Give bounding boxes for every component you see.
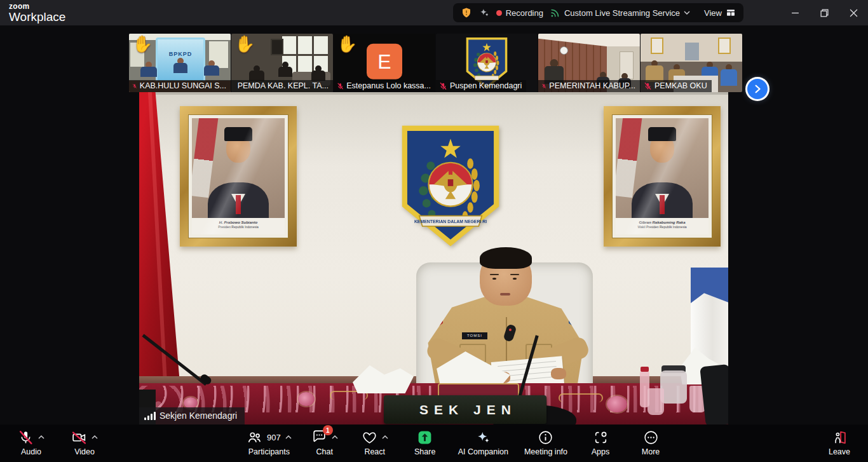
speaker-face-detail (492, 278, 496, 280)
wall-portrait (651, 37, 663, 54)
tile-decor (685, 43, 699, 60)
main-video-stage[interactable]: H. Prabowo SubiantoPresiden Republik Ind… (139, 92, 728, 425)
security-shield-icon[interactable] (461, 7, 472, 18)
streaming-signal-icon (550, 8, 560, 18)
ai-companion-button[interactable]: AI Companion (458, 428, 508, 456)
participants-caret[interactable] (285, 435, 292, 439)
wall-clock (560, 46, 568, 55)
recording-label: Recording (506, 8, 543, 18)
audio-label: Audio (21, 447, 41, 456)
close-button[interactable] (839, 0, 868, 25)
chat-label: Chat (316, 447, 333, 456)
speaker-name: Sekjen Kemendagri (159, 411, 237, 421)
muted-mic-icon (337, 82, 344, 90)
heart-react-icon (362, 430, 377, 445)
speaker-face-detail (513, 278, 517, 280)
camera-muted-icon (71, 430, 87, 445)
tile-person (173, 58, 187, 74)
leave-door-icon (832, 430, 848, 445)
tile-person (140, 62, 157, 81)
chat-button[interactable]: 1 Chat (308, 428, 342, 456)
participant-name: Puspen Kemendagri (450, 81, 522, 90)
participant-tile-pemerintah-kabup[interactable]: PEMERINTAH KABUP... (538, 34, 640, 92)
recording-indicator: Recording (496, 8, 543, 18)
chevron-down-icon (684, 11, 690, 15)
audio-options-caret[interactable] (38, 435, 44, 439)
mic-muted-icon (18, 430, 34, 445)
tile-person (721, 64, 737, 87)
next-participants-page-button[interactable] (747, 79, 768, 99)
president-portrait: H. Prabowo SubiantoPresiden Republik Ind… (180, 106, 297, 247)
meeting-info-icon (538, 430, 553, 445)
kemendagri-wall-shield: KEMENTERIAN DALAM NEGERI RI (398, 124, 503, 247)
speaker-hand (551, 368, 566, 379)
chevron-right-icon (753, 85, 762, 93)
share-button[interactable]: Share (408, 428, 442, 456)
recording-dot-icon (496, 10, 502, 16)
speaker-face-detail (490, 274, 499, 275)
chat-caret[interactable] (332, 435, 338, 439)
tile-decor (271, 39, 283, 55)
speaker-hair (480, 247, 532, 269)
desk-flower (607, 396, 627, 412)
video-button[interactable]: Video (67, 428, 102, 456)
participant-name: KAB.HULU SUNGAI S... (140, 81, 226, 90)
participant-tile-pemda-kepl[interactable]: ✋ PEMDA KAB. KEPL. TA... (231, 34, 333, 92)
participant-tile-kab-hulu-sungai[interactable]: BPKPD ✋ KAB.HULU SUNGAI S... (129, 34, 231, 92)
tile-person (278, 62, 292, 81)
raised-hand-icon: ✋ (337, 36, 357, 52)
view-menu[interactable]: View (704, 8, 736, 18)
participant-tile-estepanus[interactable]: E ✋ Estepanus Lolo kassa... (334, 34, 435, 92)
video-options-caret[interactable] (92, 435, 98, 439)
participant-tile-puspen-kemendagri[interactable]: Puspen Kemendagri (436, 34, 538, 92)
react-caret[interactable] (382, 435, 388, 439)
participants-count: 907 (267, 433, 281, 442)
video-label: Video (74, 447, 95, 456)
audio-level-icon (144, 411, 156, 420)
window-controls (780, 0, 868, 25)
muted-mic-icon (644, 82, 652, 90)
restore-button[interactable] (810, 0, 839, 25)
audio-button[interactable]: Audio (14, 428, 48, 456)
ai-companion-label: AI Companion (458, 447, 508, 456)
participants-button[interactable]: 907 Participants (247, 428, 292, 456)
share-label: Share (414, 447, 435, 456)
shield-banner-text: KEMENTERIAN DALAM NEGERI RI (414, 219, 487, 224)
minimize-button[interactable] (780, 0, 810, 25)
react-button[interactable]: React (358, 428, 392, 456)
apps-button[interactable]: Apps (583, 428, 618, 456)
muted-mic-icon (132, 82, 137, 90)
active-speaker-label: Sekjen Kemendagri (139, 407, 245, 425)
muted-mic-icon (234, 82, 235, 90)
view-layout-icon (726, 8, 736, 18)
glass-jar (660, 370, 687, 404)
vice-president-portrait: Gibran Rakabuming RakaWakil Presiden Rep… (604, 106, 721, 247)
streaming-label: Custom Live Streaming Service (564, 8, 680, 18)
live-streaming-menu[interactable]: Custom Live Streaming Service (550, 8, 690, 18)
uniform-name-tag: TOMSI (462, 332, 487, 339)
raised-hand-icon: ✋ (234, 36, 255, 52)
speaker-microphone (509, 329, 512, 331)
meeting-info-label: Meeting info (524, 447, 567, 456)
meeting-toolbar: Audio Video 907 Participants (0, 425, 868, 462)
view-label: View (704, 8, 722, 18)
participant-name: PEMERINTAH KABUP... (549, 81, 635, 90)
more-icon (643, 430, 659, 445)
wall-portrait (718, 37, 731, 54)
zoom-workplace-logo: zoom Workplace (9, 3, 65, 23)
logo-workplace-text: Workplace (9, 11, 65, 23)
zoom-meeting-window: zoom Workplace Recording Custom Live Str… (0, 0, 868, 462)
muted-mic-icon (541, 82, 546, 90)
participant-name: Estepanus Lolo kassa... (346, 81, 431, 90)
raised-hand-icon: ✋ (132, 36, 153, 52)
sekjen-desk-plate: SEK JEN (384, 395, 546, 424)
more-button[interactable]: More (634, 428, 668, 456)
bpkpd-banner-text: BPKPD (158, 51, 203, 57)
leave-button[interactable]: Leave (822, 428, 857, 456)
share-screen-icon (417, 430, 433, 445)
titlebar-controls-pill: Recording Custom Live Streaming Service … (453, 3, 743, 22)
participant-tile-pemkab-oku[interactable]: PEMKAB OKU (641, 34, 742, 92)
meeting-info-button[interactable]: Meeting info (524, 428, 567, 456)
titlebar: zoom Workplace Recording Custom Live Str… (0, 0, 868, 25)
ai-companion-sparkle-icon[interactable] (478, 7, 490, 18)
